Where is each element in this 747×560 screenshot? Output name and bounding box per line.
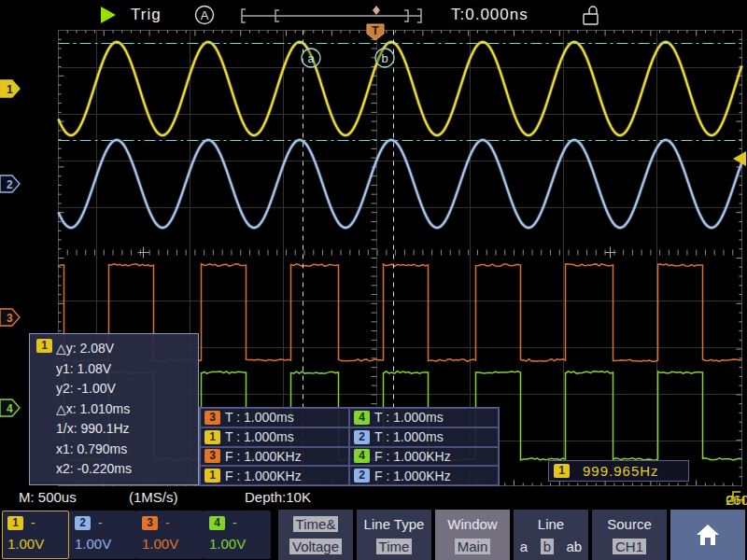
measure-cell-value: T : 1.000ms xyxy=(374,429,444,444)
trigger-level-label: 260mV xyxy=(726,492,747,508)
channel-badge: 2 xyxy=(75,516,91,530)
home-button[interactable] xyxy=(670,510,745,560)
ch3-marker-label: 3 xyxy=(7,312,13,325)
timebase-label: M: 500us xyxy=(19,489,77,505)
measure-cell-channel-badge: 1 xyxy=(204,430,220,444)
channel-coupling: - xyxy=(31,515,35,530)
measure-cell-value: F : 1.000KHz xyxy=(374,469,451,483)
measure-cell: 1T : 1.000ms xyxy=(200,427,349,447)
ch2-waveform-glow xyxy=(59,140,742,228)
cursor-b-handle-label: b xyxy=(381,51,388,65)
measure-cell-value: T : 1.000ms xyxy=(225,410,294,425)
measure-cell: 1F : 1.000KHz xyxy=(200,466,349,485)
ch1-waveform xyxy=(59,42,742,135)
menu-button-line-type[interactable]: Line TypeTime xyxy=(357,510,431,560)
cursor-measure-row: 1/x: 990.1Hz xyxy=(37,419,198,440)
trigger-position-marker-label: T xyxy=(372,24,379,37)
cursor-panel-channel-badge: 1 xyxy=(36,339,52,353)
record-depth-label: Depth:10K xyxy=(245,489,311,505)
measure-cell-channel-badge: 2 xyxy=(354,430,370,444)
menu-button-line-options: abab xyxy=(514,539,588,554)
ch2-marker-label: 2 xyxy=(7,178,13,191)
sample-rate-label: (1MS/s) xyxy=(129,489,178,505)
channel-scale: 1.00V xyxy=(137,530,203,552)
cursor-measure-row: △x: 1.010ms xyxy=(37,399,198,420)
channel-coupling: - xyxy=(165,515,170,530)
measure-cell: 4F : 1.000KHz xyxy=(349,447,499,467)
measure-cell-channel-badge: 3 xyxy=(204,449,220,463)
menu-button-line-label: Line xyxy=(538,516,564,532)
cursor-measure-row: y1: 1.08V xyxy=(37,359,198,380)
ch2-waveform xyxy=(59,140,742,228)
auto-trigger-label: A xyxy=(201,8,209,22)
measure-cell-value: F : 1.000KHz xyxy=(374,449,451,464)
bottom-menu-bar: 1-1.00V2-1.00V3-1.00V4-1.00VTime&Voltage… xyxy=(0,510,747,560)
cursor-a-handle-label: a xyxy=(307,51,315,65)
freq-counter-value: 999.965Hz xyxy=(583,463,659,479)
channel-scale: 1.00V xyxy=(70,530,135,552)
cursor-measure-row: y2: -1.00V xyxy=(37,379,198,399)
channel-box-ch2[interactable]: 2-1.00V xyxy=(69,511,136,559)
channel-coupling: - xyxy=(233,515,237,530)
channel-badge: 3 xyxy=(142,516,158,530)
measure-cell-value: F : 1.000KHz xyxy=(225,449,302,464)
measure-cell-value: F : 1.000KHz xyxy=(225,469,302,483)
measure-cell-channel-badge: 1 xyxy=(204,469,220,483)
channel-scale: 1.00V xyxy=(204,530,270,552)
measure-cell-channel-badge: 2 xyxy=(354,469,370,483)
menu-button-source-label: Source xyxy=(607,516,652,532)
trigger-status: CH1:DC- 260mV xyxy=(726,489,742,504)
measure-cell-channel-badge: 3 xyxy=(204,411,220,425)
channel-box-ch4[interactable]: 4-1.00V xyxy=(204,511,271,559)
freq-counter-channel-badge: 1 xyxy=(554,464,570,478)
lock-icon-shackle xyxy=(589,7,597,14)
ch1-waveform-glow xyxy=(59,42,742,135)
menu-button-line[interactable]: Lineabab xyxy=(514,510,588,560)
menu-button-window[interactable]: WindowMain xyxy=(435,510,510,560)
frequency-counter: 1 999.965Hz xyxy=(548,460,689,482)
measure-cell: 4T : 1.000ms xyxy=(349,408,499,427)
measure-cell-channel-badge: 4 xyxy=(354,411,370,425)
measure-cell: 2F : 1.000KHz xyxy=(349,466,499,485)
cursor-measure-row: △y: 2.08V xyxy=(37,339,198,359)
measure-cell-value: T : 1.000ms xyxy=(374,410,444,425)
channel-scale: 1.00V xyxy=(3,530,68,552)
menu-button-line-type-label: Time xyxy=(376,539,413,554)
channel-box-ch1[interactable]: 1-1.00V xyxy=(2,511,69,559)
menu-button-source[interactable]: SourceCH1 xyxy=(592,510,667,560)
ch1-marker-label: 1 xyxy=(7,83,13,96)
measure-cell: 3T : 1.000ms xyxy=(200,408,349,427)
measure-table: 3T : 1.000ms4T : 1.000ms1T : 1.000ms2T :… xyxy=(199,407,500,486)
menu-button-time-voltage[interactable]: Time&Voltage xyxy=(278,510,353,560)
measure-cell: 3F : 1.000KHz xyxy=(200,447,349,467)
oscilloscope-screen: ab1234TA Trig T:0.000ns 1△y: 2.08Vy1: 1.… xyxy=(0,0,747,560)
horizontal-offset-label: T:0.000ns xyxy=(451,6,529,24)
menu-option-a[interactable]: a xyxy=(520,539,528,554)
menu-button-time-voltage-label: Time& xyxy=(293,516,339,532)
menu-button-time-voltage-label: Voltage xyxy=(289,539,342,554)
cursor-measure-panel: 1△y: 2.08Vy1: 1.08Vy2: -1.00V△x: 1.010ms… xyxy=(29,333,199,485)
menu-button-window-label: Main xyxy=(455,539,491,554)
trig-label: Trig xyxy=(131,6,162,24)
measure-cell: 2T : 1.000ms xyxy=(349,427,499,447)
channel-badge: 4 xyxy=(209,516,225,530)
ch4-marker-label: 4 xyxy=(7,402,13,415)
menu-option-ab[interactable]: ab xyxy=(567,539,583,554)
home-icon xyxy=(695,523,721,547)
menu-button-window-label: Window xyxy=(447,516,497,532)
menu-button-line-type-label: Line Type xyxy=(364,516,425,532)
cursor-measure-row: x2: -0.220ms xyxy=(37,459,198,480)
channel-coupling: - xyxy=(98,515,103,530)
status-bar: M: 500us (1MS/s) Depth:10K CH1:DC- 260mV xyxy=(0,486,747,509)
menu-button-source-label: CH1 xyxy=(613,539,646,554)
cursor-measure-row: x1: 0.790ms xyxy=(37,440,198,460)
channel-box-ch3[interactable]: 3-1.00V xyxy=(136,511,204,559)
trigger-position-diamond xyxy=(373,6,380,15)
channel-badge: 1 xyxy=(7,516,23,530)
measure-cell-channel-badge: 4 xyxy=(354,449,370,463)
run-state-icon[interactable] xyxy=(101,7,116,23)
measure-cell-value: T : 1.000ms xyxy=(225,429,294,444)
lock-icon[interactable] xyxy=(584,14,598,24)
menu-option-b[interactable]: b xyxy=(541,539,554,554)
